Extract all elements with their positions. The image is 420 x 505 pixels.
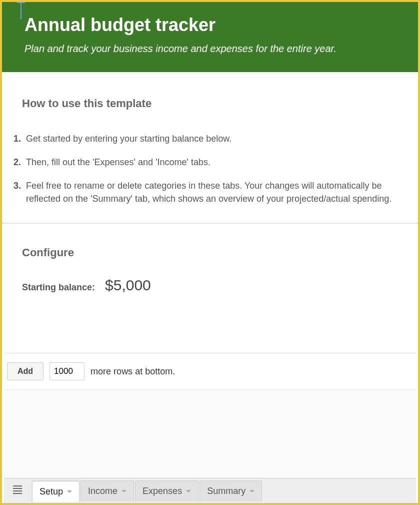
page-subtitle: Plan and track your business income and …	[24, 43, 398, 55]
sheet-tabs-bar: Setup Income Expenses Summary	[4, 478, 416, 503]
chevron-down-icon[interactable]	[186, 490, 191, 492]
starting-balance-row: Starting balance: $5,000	[22, 277, 398, 294]
tab-label: Income	[88, 486, 118, 496]
chevron-down-icon[interactable]	[122, 490, 126, 492]
add-rows-section: Add more rows at bottom.	[4, 353, 416, 478]
starting-balance-value[interactable]: $5,000	[105, 277, 151, 294]
instruction-item: 2. Then, fill out the 'Expenses' and 'In…	[7, 156, 398, 169]
tab-expenses[interactable]: Expenses	[135, 480, 198, 501]
instructions-heading: How to use this template	[22, 97, 398, 110]
rows-count-input[interactable]	[50, 362, 84, 380]
instruction-text: Get started by entering your starting ba…	[26, 133, 232, 145]
page-title: Annual budget tracker	[24, 15, 398, 36]
instruction-item: 3. Feel free to rename or delete categor…	[7, 180, 398, 205]
cell-cursor-icon	[17, 2, 25, 20]
chevron-down-icon[interactable]	[67, 490, 72, 493]
add-rows-suffix: more rows at bottom.	[90, 366, 175, 377]
instruction-item: 1. Get started by entering your starting…	[7, 133, 398, 145]
main-content: How to use this template 1. Get started …	[2, 72, 418, 304]
configure-heading: Configure	[22, 246, 398, 259]
header: Annual budget tracker Plan and track you…	[2, 2, 418, 72]
all-sheets-button[interactable]	[8, 480, 27, 502]
starting-balance-label: Starting balance:	[22, 282, 95, 293]
divider	[2, 223, 418, 224]
tab-label: Summary	[207, 486, 246, 496]
instruction-number: 3.	[7, 180, 21, 205]
tab-label: Expenses	[142, 486, 182, 496]
instruction-text: Feel free to rename or delete categories…	[26, 180, 398, 205]
add-rows-button[interactable]: Add	[7, 362, 44, 380]
tab-label: Setup	[40, 486, 63, 497]
instruction-number: 1.	[7, 133, 21, 145]
instruction-text: Then, fill out the 'Expenses' and 'Incom…	[26, 156, 210, 169]
tab-summary[interactable]: Summary	[200, 480, 262, 501]
menu-icon	[13, 484, 22, 495]
instruction-number: 2.	[7, 156, 21, 169]
tab-setup[interactable]: Setup	[32, 481, 80, 502]
chevron-down-icon[interactable]	[250, 490, 254, 492]
instructions-list: 1. Get started by entering your starting…	[7, 133, 398, 205]
tab-income[interactable]: Income	[80, 480, 134, 501]
